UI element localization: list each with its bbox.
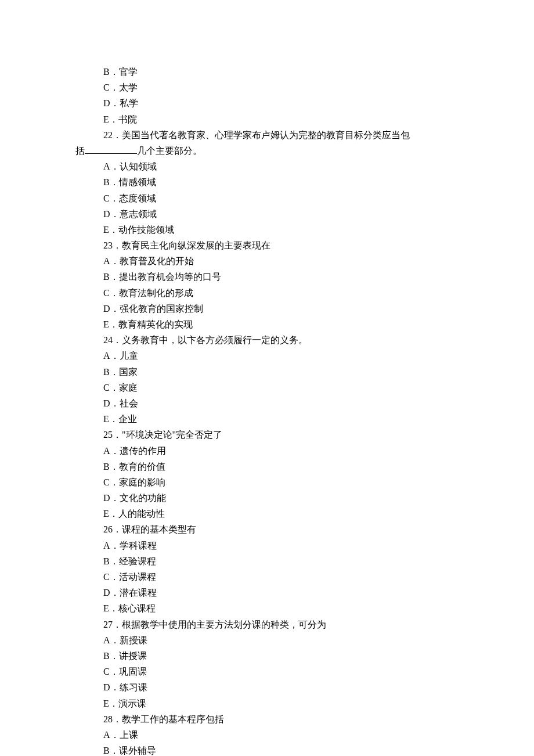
fill-blank [85,144,137,154]
q27-option-c: C．巩固课 [75,664,453,679]
q27-stem: 27．根据教学中使用的主要方法划分课的种类，可分为 [75,617,453,632]
q26-stem: 26．课程的基本类型有 [75,521,453,537]
q27-option-d: D．练习课 [75,679,453,695]
q23-option-e: E．教育精英化的实现 [75,316,453,332]
q28-option-a: A．上课 [75,727,453,743]
q24-option-b: B．国家 [75,364,453,380]
q22-option-d: D．意志领域 [75,206,453,222]
q26-option-b: B．经验课程 [75,553,453,569]
q27-option-a: A．新授课 [75,632,453,648]
q25-stem: 25．"环境决定论"完全否定了 [75,427,453,442]
q26-option-d: D．潜在课程 [75,585,453,600]
q23-stem: 23．教育民主化向纵深发展的主要表现在 [75,237,453,253]
q25-option-e: E．人的能动性 [75,506,453,521]
q24-option-e: E．企业 [75,411,453,427]
q23-option-c: C．教育法制化的形成 [75,285,453,301]
q25-option-c: C．家庭的影响 [75,474,453,490]
q25-option-d: D．文化的功能 [75,490,453,506]
q27-option-e: E．演示课 [75,696,453,711]
q22-option-c: C．态度领域 [75,190,453,206]
q26-option-c: C．活动课程 [75,569,453,585]
q21-option-c: C．太学 [75,80,453,95]
q24-option-a: A．儿童 [75,348,453,363]
q22-option-e: E．动作技能领域 [75,222,453,237]
q23-option-d: D．强化教育的国家控制 [75,301,453,316]
q27-option-b: B．讲授课 [75,648,453,664]
q22-option-b: B．情感领域 [75,174,453,190]
q28-stem: 28．教学工作的基本程序包括 [75,711,453,727]
q23-option-a: A．教育普及化的开始 [75,253,453,269]
q24-option-d: D．社会 [75,395,453,411]
q21-option-e: E．书院 [75,111,453,127]
q22-option-a: A．认知领域 [75,159,453,174]
q24-option-c: C．家庭 [75,380,453,395]
q28-option-b: B．课外辅导 [75,743,453,756]
q26-option-a: A．学科课程 [75,538,453,553]
q25-option-b: B．教育的价值 [75,459,453,474]
q21-option-b: B．官学 [75,64,453,80]
q21-option-d: D．私学 [75,95,453,111]
page-content: B．官学 C．太学 D．私学 E．书院 22．美国当代著名教育家、心理学家布卢姆… [0,0,534,756]
q22-stem-line2: 括几个主要部分。 [75,143,453,159]
q23-option-b: B．提出教育机会均等的口号 [75,269,453,285]
q22-stem-suffix: 几个主要部分。 [137,146,202,156]
q26-option-e: E．核心课程 [75,600,453,616]
q24-stem: 24．义务教育中，以卞各方必须履行一定的义务。 [75,332,453,348]
q25-option-a: A．遗传的作用 [75,443,453,459]
q22-stem-line1: 22．美国当代著名教育家、心理学家布卢姆认为完整的教育目标分类应当包 [75,127,453,143]
q22-stem-prefix: 括 [75,146,85,156]
